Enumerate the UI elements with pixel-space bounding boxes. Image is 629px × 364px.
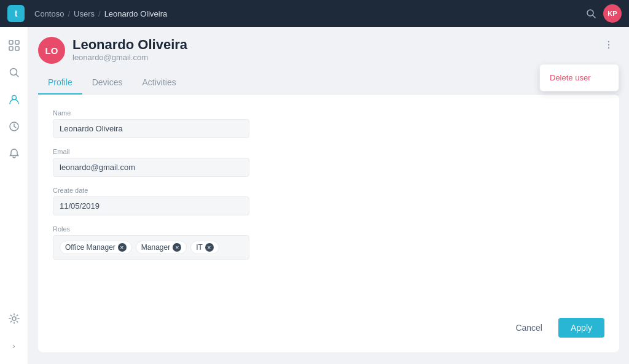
dropdown-menu: Delete user	[539, 64, 619, 91]
sidebar-item-users[interactable]	[3, 88, 25, 110]
breadcrumb-sep-2: /	[98, 9, 101, 18]
svg-rect-3	[15, 41, 19, 44]
top-nav: t Contoso / Users / Leonardo Oliveira KP	[0, 0, 629, 27]
role-label-manager: Manager	[141, 243, 170, 252]
delete-user-item[interactable]: Delete user	[540, 68, 619, 87]
sidebar-item-bell[interactable]	[3, 142, 25, 165]
apply-button[interactable]: Apply	[558, 318, 604, 338]
svg-point-6	[10, 69, 17, 76]
user-name: Leonardo Oliveira	[72, 37, 187, 53]
user-email: leonardo@gmail.com	[72, 53, 187, 62]
role-badge-manager: Manager ✕	[136, 241, 187, 254]
app-logo[interactable]: t	[7, 5, 25, 22]
create-date-value: 11/05/2019	[53, 196, 249, 215]
cancel-button[interactable]: Cancel	[506, 318, 552, 338]
tab-profile[interactable]: Profile	[38, 71, 82, 95]
breadcrumb: Contoso / Users / Leonardo Oliveira	[34, 9, 586, 18]
name-value[interactable]: Leonardo Oliveira	[53, 119, 249, 138]
breadcrumb-current: Leonardo Oliveira	[104, 9, 168, 18]
breadcrumb-users[interactable]: Users	[74, 9, 95, 18]
search-button[interactable]	[586, 9, 596, 18]
main-layout: › LO Leonardo Oliveira leonardo@gmail.co…	[0, 27, 629, 364]
email-label: Email	[53, 148, 249, 155]
more-icon	[603, 39, 614, 50]
more-options-button[interactable]	[598, 37, 619, 56]
name-label: Name	[53, 109, 249, 117]
role-badge-office-manager: Office Manager ✕	[60, 241, 132, 254]
roles-label: Roles	[53, 225, 249, 233]
sidebar: ›	[0, 27, 28, 364]
search-icon	[586, 9, 596, 18]
role-label-it: IT	[196, 243, 203, 252]
gear-icon	[9, 313, 20, 324]
topnav-actions: KP	[586, 4, 622, 23]
user-header: LO Leonardo Oliveira leonardo@gmail.com …	[38, 37, 619, 64]
roles-field-group: Roles Office Manager ✕ Manager ✕ IT ✕	[53, 225, 249, 260]
svg-point-11	[608, 41, 609, 42]
svg-point-12	[608, 44, 609, 45]
email-value[interactable]: leonardo@gmail.com	[53, 158, 249, 177]
svg-point-13	[608, 47, 609, 48]
search-nav-icon	[9, 67, 20, 78]
role-label-office-manager: Office Manager	[65, 243, 115, 252]
role-badge-it: IT ✕	[190, 241, 219, 254]
name-field-group: Name Leonardo Oliveira	[53, 109, 249, 138]
card-footer: Cancel Apply	[506, 318, 604, 338]
role-remove-office-manager[interactable]: ✕	[118, 243, 127, 252]
sidebar-collapse-button[interactable]: ›	[3, 335, 25, 357]
create-date-field-group: Create date 11/05/2019	[53, 187, 249, 215]
sidebar-item-clock[interactable]	[3, 115, 25, 137]
svg-line-7	[16, 75, 18, 77]
tab-activities[interactable]: Activities	[132, 71, 186, 95]
svg-rect-5	[15, 47, 19, 50]
roles-container: Office Manager ✕ Manager ✕ IT ✕	[53, 235, 249, 260]
clock-icon	[9, 121, 20, 132]
user-avatar: LO	[38, 37, 65, 64]
sidebar-item-search[interactable]	[3, 61, 25, 83]
bell-icon	[9, 148, 20, 159]
tabs: Profile Devices Activities	[38, 71, 619, 95]
role-remove-manager[interactable]: ✕	[173, 243, 181, 252]
tab-devices[interactable]: Devices	[82, 71, 133, 95]
svg-rect-4	[9, 47, 13, 50]
user-icon	[9, 94, 20, 105]
breadcrumb-contoso[interactable]: Contoso	[34, 9, 64, 18]
profile-card: Name Leonardo Oliveira Email leonardo@gm…	[38, 95, 619, 352]
user-avatar-button[interactable]: KP	[603, 4, 622, 23]
create-date-label: Create date	[53, 187, 249, 194]
svg-line-1	[593, 15, 595, 18]
content-area: LO Leonardo Oliveira leonardo@gmail.com …	[28, 27, 629, 364]
form-section: Name Leonardo Oliveira Email leonardo@gm…	[53, 109, 249, 260]
sidebar-item-settings[interactable]	[3, 308, 25, 330]
svg-point-10	[12, 317, 16, 320]
role-remove-it[interactable]: ✕	[205, 243, 214, 252]
email-field-group: Email leonardo@gmail.com	[53, 148, 249, 177]
grid-icon	[9, 40, 20, 51]
svg-rect-2	[9, 41, 13, 44]
breadcrumb-sep-1: /	[68, 9, 70, 18]
user-info: Leonardo Oliveira leonardo@gmail.com	[72, 37, 187, 62]
sidebar-item-grid[interactable]	[3, 34, 25, 56]
